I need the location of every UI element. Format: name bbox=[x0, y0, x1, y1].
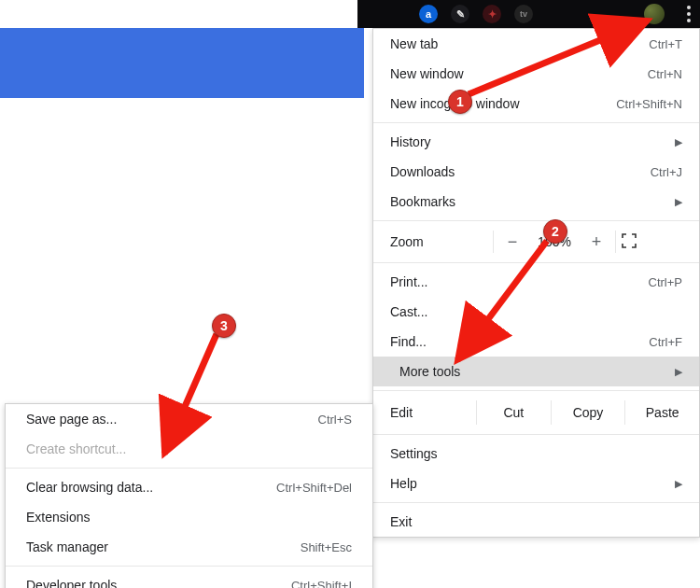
page-banner bbox=[0, 28, 364, 98]
menu-label: More tools bbox=[390, 364, 669, 379]
menu-item-cast[interactable]: Cast... bbox=[373, 297, 699, 327]
annotation-badge-1: 1 bbox=[448, 90, 472, 114]
menu-label: Bookmarks bbox=[390, 194, 669, 209]
extension-icon[interactable]: ✎ bbox=[451, 5, 469, 23]
menu-label: Developer tools bbox=[26, 578, 291, 588]
menu-label: Print... bbox=[390, 274, 649, 289]
menu-shortcut: Ctrl+T bbox=[649, 37, 682, 51]
menu-item-bookmarks[interactable]: Bookmarks ▶ bbox=[373, 187, 699, 217]
chevron-right-icon: ▶ bbox=[675, 136, 682, 148]
annotation-badge-3: 3 bbox=[212, 314, 236, 338]
menu-label: History bbox=[390, 134, 669, 149]
menu-item-print[interactable]: Print... Ctrl+P bbox=[373, 267, 699, 297]
menu-item-more-tools[interactable]: More tools ▶ bbox=[373, 357, 699, 386]
submenu-item-task-manager[interactable]: Task manager Shift+Esc bbox=[6, 532, 372, 562]
menu-item-find[interactable]: Find... Ctrl+F bbox=[373, 327, 699, 357]
menu-label: New incognito window bbox=[390, 96, 616, 111]
menu-shortcut: Ctrl+Shift+Del bbox=[276, 481, 352, 495]
menu-item-zoom: Zoom − 100% + bbox=[373, 225, 699, 259]
menu-item-new-window[interactable]: New window Ctrl+N bbox=[373, 59, 699, 89]
menu-label: Save page as... bbox=[26, 412, 318, 427]
menu-label: Cast... bbox=[390, 304, 682, 319]
menu-item-new-incognito[interactable]: New incognito window Ctrl+Shift+N bbox=[373, 89, 699, 119]
zoom-in-button[interactable]: + bbox=[578, 232, 615, 252]
menu-separator bbox=[373, 262, 699, 263]
menu-item-new-tab[interactable]: New tab Ctrl+T bbox=[373, 29, 699, 59]
menu-separator bbox=[373, 502, 699, 503]
menu-shortcut: Ctrl+F bbox=[649, 335, 682, 349]
profile-avatar-icon[interactable] bbox=[644, 4, 665, 24]
chrome-menu-button[interactable] bbox=[683, 2, 700, 26]
chrome-main-menu: New tab Ctrl+T New window Ctrl+N New inc… bbox=[372, 28, 700, 538]
submenu-item-extensions[interactable]: Extensions bbox=[6, 502, 372, 532]
extension-icon[interactable]: ✦ bbox=[483, 5, 501, 23]
annotation-badge-2: 2 bbox=[543, 219, 567, 244]
menu-label: Clear browsing data... bbox=[26, 480, 276, 495]
menu-item-settings[interactable]: Settings bbox=[373, 439, 699, 469]
menu-item-exit[interactable]: Exit bbox=[373, 507, 699, 537]
extension-icon[interactable]: a bbox=[419, 5, 438, 23]
menu-shortcut: Ctrl+Shift+I bbox=[291, 579, 352, 589]
menu-shortcut: Ctrl+S bbox=[318, 413, 352, 427]
menu-shortcut: Ctrl+Shift+N bbox=[616, 97, 682, 111]
menu-separator bbox=[6, 566, 372, 567]
fullscreen-icon[interactable] bbox=[616, 233, 642, 251]
menu-shortcut: Ctrl+J bbox=[651, 165, 682, 179]
zoom-out-button[interactable]: − bbox=[494, 232, 531, 252]
menu-shortcut: Shift+Esc bbox=[301, 540, 352, 554]
zoom-label: Zoom bbox=[390, 234, 493, 249]
menu-item-downloads[interactable]: Downloads Ctrl+J bbox=[373, 157, 699, 187]
paste-button[interactable]: Paste bbox=[625, 401, 699, 424]
extensions-area: a ✎ ✦ tv bbox=[357, 0, 700, 28]
menu-separator bbox=[373, 220, 699, 221]
chevron-right-icon: ▶ bbox=[675, 366, 682, 378]
menu-label: Task manager bbox=[26, 539, 301, 554]
menu-shortcut: Ctrl+N bbox=[648, 67, 682, 81]
submenu-item-save-page[interactable]: Save page as... Ctrl+S bbox=[6, 404, 372, 434]
submenu-item-clear-browsing-data[interactable]: Clear browsing data... Ctrl+Shift+Del bbox=[6, 472, 372, 502]
menu-label: New window bbox=[390, 66, 648, 81]
cut-button[interactable]: Cut bbox=[477, 401, 551, 424]
menu-item-help[interactable]: Help ▶ bbox=[373, 469, 699, 498]
edit-label: Edit bbox=[390, 405, 476, 420]
menu-label: Downloads bbox=[390, 164, 651, 179]
menu-separator bbox=[373, 390, 699, 391]
menu-label: Create shortcut... bbox=[26, 441, 352, 456]
extension-icon[interactable]: tv bbox=[514, 5, 533, 23]
menu-label: New tab bbox=[390, 36, 649, 51]
menu-label: Extensions bbox=[26, 510, 352, 525]
menu-label: Settings bbox=[390, 446, 682, 461]
menu-separator bbox=[6, 468, 372, 469]
chevron-right-icon: ▶ bbox=[675, 478, 682, 490]
menu-separator bbox=[373, 434, 699, 435]
menu-label: Help bbox=[390, 476, 669, 491]
submenu-item-developer-tools[interactable]: Developer tools Ctrl+Shift+I bbox=[6, 570, 372, 588]
chevron-right-icon: ▶ bbox=[675, 196, 682, 208]
more-tools-submenu: Save page as... Ctrl+S Create shortcut..… bbox=[5, 403, 373, 588]
menu-label: Find... bbox=[390, 334, 649, 349]
menu-shortcut: Ctrl+P bbox=[649, 275, 682, 289]
menu-label: Exit bbox=[390, 514, 682, 529]
menu-item-edit: Edit Cut Copy Paste bbox=[373, 395, 699, 430]
submenu-item-create-shortcut: Create shortcut... bbox=[6, 434, 372, 464]
menu-separator bbox=[373, 122, 699, 123]
copy-button[interactable]: Copy bbox=[552, 401, 625, 424]
menu-item-history[interactable]: History ▶ bbox=[373, 127, 699, 157]
